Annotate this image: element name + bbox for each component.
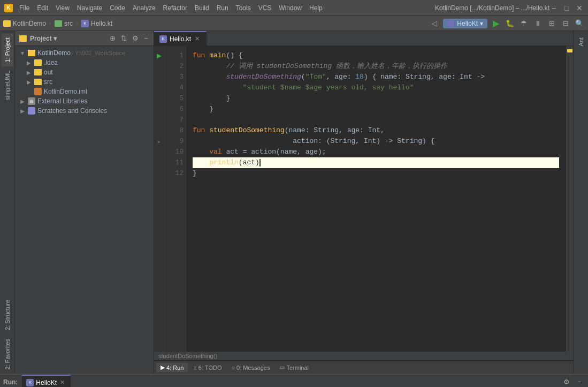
plain-9b: : (String, Int) -> String) { — [318, 136, 434, 147]
tree-item-out[interactable]: ▶ out — [15, 67, 154, 77]
tree-item-src[interactable]: ▶ src — [15, 77, 154, 87]
scroll-icon[interactable]: ⇅ — [120, 33, 128, 43]
coverage-button[interactable]: ☂ — [518, 18, 529, 29]
back-button[interactable]: ◁ — [429, 18, 440, 29]
simpleuml-panel-tab[interactable]: simpleUML — [2, 66, 13, 104]
plain-6: } — [193, 104, 213, 115]
structure-panel-tab[interactable]: 2: Structure — [2, 295, 13, 335]
terminal-tab-icon: ▭ — [279, 364, 285, 371]
close-button[interactable]: ✕ — [575, 4, 584, 12]
hello-kt-tab-icon: K — [159, 35, 167, 43]
gutter-line-10 — [154, 147, 164, 157]
maximize-button[interactable]: □ — [562, 4, 571, 12]
menu-vcs[interactable]: VCS — [255, 3, 275, 13]
menu-window[interactable]: Window — [276, 3, 305, 13]
gutter-line-4 — [154, 82, 164, 93]
menu-refactor[interactable]: Refactor — [160, 3, 190, 13]
add-icon[interactable]: ⊕ — [109, 33, 117, 43]
fold-arrow-9[interactable]: ▸ — [158, 139, 161, 145]
param-action: action — [293, 136, 318, 147]
menu-analyze[interactable]: Analyze — [129, 3, 159, 13]
expand-arrow-idea: ▶ — [26, 60, 32, 66]
todo-tab-label: 6: TODO — [198, 365, 222, 371]
menu-edit[interactable]: Edit — [34, 3, 51, 13]
plain-11b: (act) — [239, 157, 259, 168]
code-editor[interactable]: ▶ ▸ 123456 789101112 — [154, 46, 573, 352]
tree-label-iml: KotlinDemo.iml — [44, 88, 87, 95]
menu-build[interactable]: Build — [192, 3, 212, 13]
layout-button[interactable]: ⊞ — [546, 18, 557, 29]
run-panel-tabs: Run: K HelloKt ✕ ⚙ − — [0, 375, 588, 387]
another-button[interactable]: ⊟ — [560, 18, 571, 29]
editor-breadcrumb: studentDoSomething() — [154, 352, 573, 361]
plain-5: } — [193, 93, 230, 104]
expand-arrow-src: ▶ — [26, 79, 32, 85]
code-line-3: studentDoSomething("Tom", age: 18) { nam… — [193, 72, 559, 82]
str-4: "student $name $age years old, say hello… — [193, 82, 414, 93]
menu-view[interactable]: View — [52, 3, 73, 13]
minimize-button[interactable]: − — [549, 4, 558, 12]
project-folder-icon — [19, 35, 27, 42]
tree-item-idea[interactable]: ▶ .idea — [15, 58, 154, 67]
gutter-line-12 — [154, 168, 164, 179]
run-config-selector[interactable]: HelloKt ▾ — [443, 19, 487, 28]
run-arrow-1[interactable]: ▶ — [157, 52, 162, 59]
breadcrumb-kotlindemo[interactable]: KotlinDemo — [3, 20, 46, 27]
param-age: age — [347, 125, 360, 136]
menu-tools[interactable]: Tools — [233, 3, 254, 13]
ant-panel-tab[interactable]: Ant — [575, 33, 587, 51]
bottom-tab-messages[interactable]: ○ 0: Messages — [227, 363, 274, 372]
tree-item-scratches[interactable]: ▶ Scratches and Consoles — [15, 106, 154, 116]
bottom-tab-terminal[interactable]: ▭ Terminal — [275, 363, 313, 372]
ext-libs-icon: ▤ — [28, 97, 35, 105]
debug-button[interactable]: 🐛 — [505, 18, 515, 29]
tree-label-kotlindemo: KotlinDemo — [37, 49, 71, 57]
close-tab-icon[interactable]: ✕ — [194, 35, 201, 42]
bottom-tab-todo[interactable]: ≡ 6: TODO — [189, 363, 226, 372]
plain-10a — [193, 147, 209, 157]
run-settings-icon[interactable]: ⚙ — [561, 377, 572, 388]
run-tab-actions: ⚙ − — [561, 377, 585, 388]
minimize-panel-icon[interactable]: − — [143, 33, 149, 43]
kw-val: val — [209, 147, 226, 157]
tree-item-ext-libs[interactable]: ▶ ▤ External Libraries — [15, 96, 154, 106]
menu-file[interactable]: File — [16, 3, 33, 13]
code-line-10: val act = action(name, age); — [193, 147, 559, 157]
editor-area: K Hello.kt ✕ ▶ ▸ — [154, 31, 573, 361]
src-folder-icon — [34, 79, 42, 85]
code-content[interactable]: fun main() { // 调用 studentDoSomething 函数… — [186, 46, 566, 352]
scroll-top — [566, 46, 573, 48]
tree-item-iml[interactable]: KotlinDemo.iml — [15, 87, 154, 96]
idea-folder-icon — [34, 59, 42, 66]
project-panel: Project ▾ ⊕ ⇅ ⚙ − ▼ KotlinDemo Y:\002_Wo… — [15, 31, 154, 374]
breadcrumb-sep-2: › — [76, 20, 78, 27]
search-button[interactable]: 🔍 — [574, 18, 585, 29]
todo-tab-icon: ≡ — [193, 365, 196, 371]
run-button[interactable]: ▶ — [491, 18, 501, 29]
breadcrumb-file[interactable]: K Hello.kt — [81, 20, 112, 27]
pause-button[interactable]: ⏸ — [532, 18, 543, 29]
kt-file-icon: K — [81, 20, 89, 27]
run-config-label: HelloKt — [457, 20, 478, 27]
menu-run[interactable]: Run — [213, 3, 232, 13]
kw-fun-8: fun — [193, 125, 209, 136]
menu-help[interactable]: Help — [306, 3, 326, 13]
tab-hello-kt[interactable]: K Hello.kt ✕ — [154, 31, 207, 46]
plain-8a: ( — [285, 125, 289, 136]
breadcrumb-src[interactable]: src — [55, 20, 73, 27]
project-panel-tab[interactable]: 1: Project — [2, 33, 13, 66]
favorites-panel-tab[interactable]: 2: Favorites — [2, 335, 13, 374]
run-tab-close-icon[interactable]: ✕ — [59, 379, 66, 386]
settings-icon[interactable]: ⚙ — [131, 33, 140, 43]
bottom-tab-run[interactable]: ▶ 4: Run — [156, 363, 188, 372]
run-tab-helloktt[interactable]: K HelloKt ✕ — [22, 375, 71, 388]
run-minimize-icon[interactable]: − — [574, 377, 585, 388]
kw-fun-1: fun — [193, 50, 209, 61]
messages-tab-label: 0: Messages — [236, 365, 270, 371]
menu-navigate[interactable]: Navigate — [74, 3, 105, 13]
cursor — [259, 159, 261, 166]
menu-code[interactable]: Code — [106, 3, 128, 13]
editor-container: K Hello.kt ✕ ▶ ▸ — [154, 31, 573, 374]
tree-item-kotlindemo[interactable]: ▼ KotlinDemo Y:\002_WorkSpace — [15, 48, 154, 58]
run-tab-kt-icon: K — [26, 379, 34, 386]
